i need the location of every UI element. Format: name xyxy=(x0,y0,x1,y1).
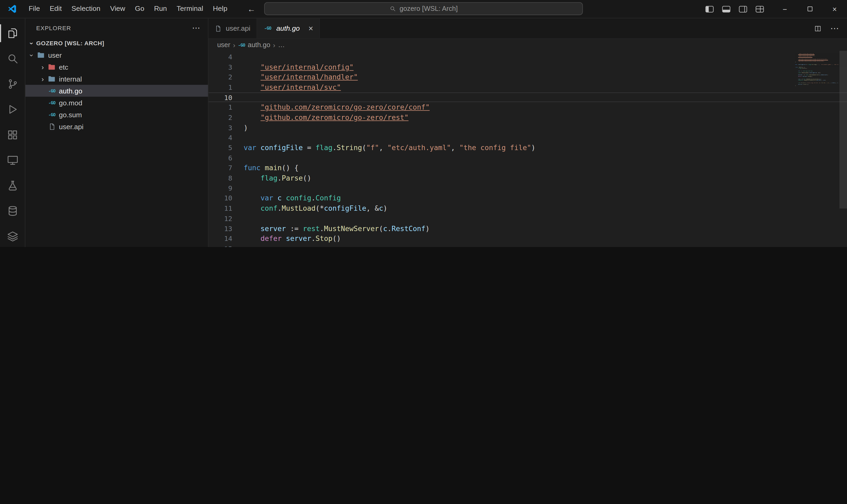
tree-item-etc[interactable]: ›etc xyxy=(25,61,208,73)
breadcrumb-item[interactable]: user xyxy=(217,41,230,49)
tab-label: user.api xyxy=(226,24,250,33)
vscode-logo-icon xyxy=(7,4,17,14)
menu-go[interactable]: Go xyxy=(130,0,149,18)
tab-user-api[interactable]: user.api xyxy=(209,18,257,38)
chevron-right-icon: › xyxy=(233,41,235,49)
search-icon xyxy=(389,5,396,12)
line-number: 8 xyxy=(209,174,232,182)
run-and-debug-icon xyxy=(6,103,19,116)
code-line[interactable]: 11 conf.MustLoad(*configFile, &c) xyxy=(209,203,847,213)
activity-item-source-control[interactable] xyxy=(0,71,25,96)
line-number: 2 xyxy=(209,73,232,81)
tab-auth-go[interactable]: -GOauth.go× xyxy=(257,18,320,38)
explorer-more-actions-icon[interactable]: ⋯ xyxy=(192,23,200,33)
code-line[interactable]: 8 flag.Parse() xyxy=(209,173,847,183)
line-number: 15 xyxy=(209,245,232,247)
maximize-button[interactable] xyxy=(797,0,822,18)
command-center-search[interactable]: gozero [WSL: Arch] xyxy=(264,2,583,15)
code-line[interactable]: 4 xyxy=(209,52,847,62)
line-number: 9 xyxy=(209,184,232,192)
file-icon xyxy=(214,24,222,32)
code-line[interactable]: 15 xyxy=(209,244,847,247)
code-lines: 43 "user/internal/config"2 "user/interna… xyxy=(209,52,847,247)
folder-icon xyxy=(48,63,56,71)
menu-view[interactable]: View xyxy=(105,0,130,18)
menu-run[interactable]: Run xyxy=(149,0,172,18)
explorer-header: EXPLORER xyxy=(36,24,71,31)
line-number: 13 xyxy=(209,224,232,233)
code-line[interactable]: 1 "user/internal/svc" xyxy=(209,82,847,92)
editor-scrollbar[interactable] xyxy=(839,51,847,209)
menu-edit[interactable]: Edit xyxy=(45,0,67,18)
activity-item-testing[interactable] xyxy=(0,173,25,198)
tree-item-user[interactable]: ›user xyxy=(25,49,208,61)
minimize-button[interactable]: − xyxy=(772,0,797,18)
toggle-secondary-sidebar-icon[interactable] xyxy=(739,5,747,12)
minimap[interactable]: "user/internal/config" "user/internal/ha… xyxy=(795,52,838,88)
tree-item-label: go.mod xyxy=(57,98,82,107)
menu-help[interactable]: Help xyxy=(208,0,232,18)
tree-item-user-api[interactable]: user.api xyxy=(25,121,208,132)
menu-terminal[interactable]: Terminal xyxy=(172,0,208,18)
code-line[interactable]: 12 xyxy=(209,213,847,223)
tree-item-go-mod[interactable]: -GOgo.mod xyxy=(25,96,208,109)
code-line[interactable]: 3) xyxy=(209,123,847,132)
go-file-icon: -GO xyxy=(47,88,57,93)
menu-bar: FileEditSelectionViewGoRunTerminalHelp xyxy=(24,0,232,18)
line-number: 3 xyxy=(209,63,232,71)
customize-layout-icon[interactable] xyxy=(756,5,764,12)
explorer-icon xyxy=(6,27,19,39)
activity-item-explorer[interactable] xyxy=(0,21,25,46)
layout-controls xyxy=(705,5,763,12)
breadcrumb[interactable]: user›-GOauth.go›… xyxy=(209,39,847,51)
vscode-window: FileEditSelectionViewGoRunTerminalHelp ←… xyxy=(0,0,847,247)
file-tree: ›user›etc›internal -GOauth.go -GOgo.mod … xyxy=(25,49,208,132)
chevron-right-icon: › xyxy=(38,75,47,83)
tree-item-label: etc xyxy=(57,63,68,71)
code-line[interactable]: 3 "user/internal/config" xyxy=(209,62,847,72)
code-line[interactable]: 13 server := rest.MustNewServer(c.RestCo… xyxy=(209,223,847,233)
menu-file[interactable]: File xyxy=(24,0,45,18)
tree-item-internal[interactable]: ›internal xyxy=(25,73,208,85)
editor-more-actions-icon[interactable]: ⋯ xyxy=(830,23,839,34)
layers-icon xyxy=(6,230,19,242)
line-number: 1 xyxy=(209,103,232,111)
close-window-button[interactable]: × xyxy=(822,0,847,18)
code-line[interactable]: 5var configFile = flag.String("f", "etc/… xyxy=(209,143,847,153)
activity-item-remote-explorer[interactable] xyxy=(0,147,25,173)
code-line[interactable]: 10 var c config.Config xyxy=(209,193,847,203)
line-number: 1 xyxy=(209,83,232,91)
code-line[interactable]: 9 xyxy=(209,183,847,193)
workspace-root[interactable]: › GOZERO [WSL: ARCH] xyxy=(25,37,208,49)
tree-item-label: internal xyxy=(57,75,82,83)
line-number: 5 xyxy=(209,144,232,152)
workbench: ⚙ EXPLORER ⋯ › GOZERO [WSL: ARCH] ›user›… xyxy=(0,18,847,247)
activity-item-run-and-debug[interactable] xyxy=(0,96,25,122)
breadcrumb-item[interactable]: … xyxy=(278,41,285,49)
code-line[interactable]: 10 xyxy=(209,92,847,102)
code-line[interactable]: 1 "github.com/zeromicro/go-zero/core/con… xyxy=(209,103,847,112)
tree-item-label: go.sum xyxy=(57,110,82,119)
activity-item-search[interactable] xyxy=(0,46,25,71)
activity-bar-top xyxy=(0,21,25,247)
code-line[interactable]: 4 xyxy=(209,132,847,143)
go-file-icon: -GO xyxy=(47,100,57,105)
code-line[interactable]: 2 "github.com/zeromicro/go-zero/rest" xyxy=(209,112,847,123)
breadcrumb-item[interactable]: auth.go xyxy=(248,41,270,49)
activity-item-layers[interactable] xyxy=(0,224,25,247)
code-editor[interactable]: 43 "user/internal/config"2 "user/interna… xyxy=(209,51,847,247)
menu-selection[interactable]: Selection xyxy=(67,0,105,18)
code-line[interactable]: 6 xyxy=(209,153,847,163)
tree-item-go-sum[interactable]: -GOgo.sum xyxy=(25,109,208,121)
tree-item-auth-go[interactable]: -GOauth.go xyxy=(25,85,208,96)
close-icon[interactable]: × xyxy=(308,23,313,33)
code-line[interactable]: 2 "user/internal/handler" xyxy=(209,72,847,82)
code-line[interactable]: 14 defer server.Stop() xyxy=(209,233,847,244)
toggle-primary-sidebar-icon[interactable] xyxy=(705,5,714,12)
code-line[interactable]: 7func main() { xyxy=(209,163,847,173)
back-arrow-icon[interactable]: ← xyxy=(248,4,256,14)
activity-item-database[interactable] xyxy=(0,198,25,224)
activity-item-extensions[interactable] xyxy=(0,122,25,147)
source-control-icon xyxy=(6,78,19,90)
toggle-panel-icon[interactable] xyxy=(722,5,731,12)
